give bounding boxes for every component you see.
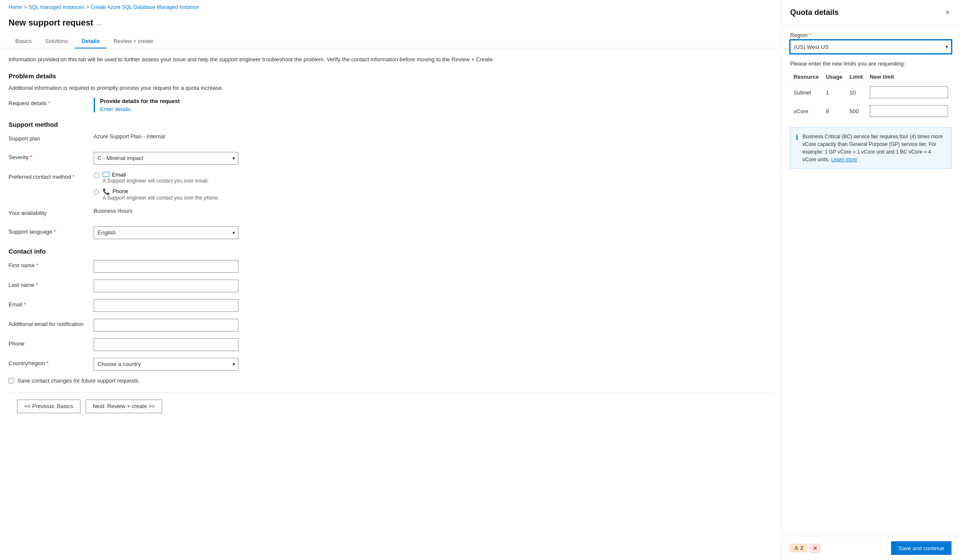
save-contact-row[interactable]: Save contact changes for future support … [9, 377, 773, 384]
page-header: New support request ... [0, 14, 781, 34]
tab-review-create[interactable]: Review + create [106, 34, 160, 49]
tab-basics[interactable]: Basics [9, 34, 38, 49]
email-control[interactable] [94, 299, 773, 312]
severity-select[interactable]: C - Minimal impact B - Moderate impact A… [94, 152, 238, 165]
phone-radio[interactable] [94, 189, 99, 195]
first-name-label: First name * [9, 260, 94, 269]
country-control[interactable]: Choose a country United States United Ki… [94, 358, 773, 371]
preferred-contact-row: Preferred contact method * Email A Suppo… [9, 171, 773, 201]
last-name-row: Last name * [9, 280, 773, 292]
error-badge: ✕ [810, 544, 820, 553]
last-name-control[interactable] [94, 280, 773, 292]
next-button[interactable]: Next: Review + create >> [86, 400, 162, 413]
additional-email-input[interactable] [94, 319, 238, 331]
email-option[interactable]: Email A Support engineer will contact yo… [94, 171, 773, 184]
problem-details-header: Problem details [9, 72, 773, 80]
quota-panel-title: Quota details [790, 8, 839, 17]
support-language-control[interactable]: English Spanish French [94, 226, 773, 239]
vcore-new-limit-cell[interactable] [866, 102, 951, 120]
region-select-wrapper[interactable]: (US) West US (US) East US (EU) West Euro… [790, 40, 951, 54]
request-details-area: Provide details for the request Enter de… [94, 98, 773, 112]
breadcrumb-sep-2: > [86, 4, 89, 10]
col-new-limit: New limit [866, 71, 951, 83]
close-panel-button[interactable]: × [943, 7, 951, 18]
warning-count: 2 [800, 545, 803, 551]
bottom-nav: << Previous: Basics Next: Review + creat… [9, 392, 773, 420]
last-name-input[interactable] [94, 280, 238, 292]
email-input[interactable] [94, 299, 238, 312]
region-label: Region * [790, 32, 951, 38]
save-contact-checkbox[interactable] [9, 378, 14, 383]
page-title: New support request [9, 18, 93, 28]
additional-email-control[interactable] [94, 319, 773, 331]
preferred-contact-control: Email A Support engineer will contact yo… [94, 171, 773, 201]
learn-more-link[interactable]: Learn more [831, 157, 857, 163]
country-select-wrapper[interactable]: Choose a country United States United Ki… [94, 358, 238, 371]
save-continue-button[interactable]: Save and continue [891, 541, 951, 555]
col-limit: Limit [846, 71, 867, 83]
request-details-required: * [47, 100, 51, 106]
quota-table: Resource Usage Limit New limit Subnet 1 … [790, 71, 951, 120]
col-resource: Resource [790, 71, 822, 83]
warning-badge: ⚠ 2 [790, 544, 807, 552]
tab-solutions[interactable]: Solutions [38, 34, 75, 49]
limits-intro: Please enter the new limits you are requ… [790, 60, 951, 67]
support-method-header: Support method [9, 121, 773, 128]
info-icon: ℹ [796, 133, 798, 163]
tab-bar: Basics Solutions Details Review + create [0, 34, 781, 49]
support-plan-label: Support plan [9, 133, 94, 143]
first-name-input[interactable] [94, 260, 238, 273]
email-row: Email * [9, 299, 773, 312]
language-select[interactable]: English Spanish French [94, 226, 238, 239]
save-contact-label[interactable]: Save contact changes for future support … [17, 377, 140, 384]
breadcrumb-sep-1: > [24, 4, 27, 10]
info-box-text: Business Critical (BC) service tier requ… [802, 133, 946, 163]
enter-details-link[interactable]: Enter details [100, 106, 131, 112]
subnet-new-limit-input[interactable] [870, 86, 948, 98]
phone-desc: A Support engineer will contact you over… [103, 195, 219, 201]
country-row: Country/region * Choose a country United… [9, 358, 773, 371]
phone-input[interactable] [94, 338, 238, 351]
support-language-row: Support language * English Spanish Frenc… [9, 226, 773, 239]
email-label: Email * [9, 299, 94, 309]
severity-select-wrapper[interactable]: C - Minimal impact B - Moderate impact A… [94, 152, 238, 165]
phone-field-label: Phone [9, 338, 94, 348]
phone-icon: 📞 [103, 188, 110, 195]
severity-row: Severity * C - Minimal impact B - Modera… [9, 152, 773, 165]
subnet-resource: Subnet [790, 83, 822, 102]
tab-details[interactable]: Details [75, 34, 107, 49]
panel-footer: ⚠ 2 ✕ Save and continue [782, 536, 960, 560]
request-details-title: Provide details for the request [100, 98, 773, 104]
breadcrumb-home[interactable]: Home [9, 4, 22, 10]
first-name-control[interactable] [94, 260, 773, 273]
prev-button[interactable]: << Previous: Basics [17, 400, 80, 413]
severity-control[interactable]: C - Minimal impact B - Moderate impact A… [94, 152, 773, 165]
breadcrumb: Home > SQL managed instances > Create Az… [0, 0, 781, 14]
breadcrumb-create[interactable]: Create Azure SQL Database Managed Instan… [91, 4, 199, 10]
availability-row: Your availability Business Hours [9, 208, 773, 220]
subnet-limit: 10 [846, 83, 867, 102]
availability-label: Your availability [9, 208, 94, 217]
country-label: Country/region * [9, 358, 94, 367]
vcore-resource: vCore [790, 102, 822, 120]
email-radio[interactable] [94, 173, 99, 178]
support-language-label: Support language * [9, 226, 94, 236]
more-options-icon[interactable]: ... [97, 19, 102, 27]
language-select-wrapper[interactable]: English Spanish French [94, 226, 238, 239]
phone-row: Phone [9, 338, 773, 351]
vcore-new-limit-input[interactable] [870, 105, 948, 117]
support-plan-row: Support plan Azure Support Plan - Intern… [9, 133, 773, 145]
phone-control[interactable] [94, 338, 773, 351]
error-icon: ✕ [813, 545, 817, 551]
vcore-limit: 500 [846, 102, 867, 120]
phone-label: Phone [112, 188, 129, 194]
region-select[interactable]: (US) West US (US) East US (EU) West Euro… [790, 40, 951, 54]
phone-option[interactable]: 📞 Phone A Support engineer will contact … [94, 188, 773, 201]
request-details-label: Request details * [9, 98, 94, 107]
country-select[interactable]: Choose a country United States United Ki… [94, 358, 238, 371]
email-icon [103, 172, 109, 177]
preferred-contact-label: Preferred contact method * [9, 171, 94, 181]
breadcrumb-sql[interactable]: SQL managed instances [29, 4, 84, 10]
subnet-new-limit-cell[interactable] [866, 83, 951, 102]
request-details-row: Request details * Provide details for th… [9, 98, 773, 112]
